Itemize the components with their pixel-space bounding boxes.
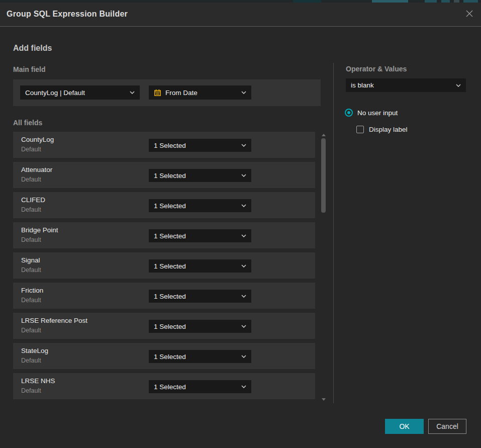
chevron-down-icon [241, 355, 246, 358]
radio-selected-dot [347, 111, 350, 114]
operator-select[interactable]: is blank [346, 78, 466, 92]
no-user-input-label: No user input [357, 109, 398, 117]
field-selected-dropdown[interactable]: 1 Selected [149, 350, 251, 363]
chevron-down-icon [241, 174, 246, 177]
field-row: LRSE NHS Default 1 Selected [13, 373, 315, 399]
chevron-down-icon [130, 91, 135, 94]
field-row: Attenuator Default 1 Selected [13, 162, 315, 188]
main-field-source-select[interactable]: CountyLog | Default [20, 85, 140, 100]
chevron-down-icon [456, 84, 461, 87]
chevron-down-icon [241, 91, 246, 94]
field-subtitle: Default [21, 236, 41, 243]
main-field-field-select[interactable]: From Date [149, 85, 251, 100]
field-subtitle: Default [21, 387, 41, 394]
field-subtitle: Default [21, 297, 41, 304]
chevron-down-icon [241, 385, 246, 388]
scrollbar-thumb[interactable] [321, 138, 326, 213]
fields-scrollbar [320, 131, 327, 405]
scrollbar-down-arrow[interactable] [322, 398, 326, 401]
all-fields-label: All fields [13, 119, 42, 127]
operator-values-label: Operator & Values [346, 65, 407, 73]
field-selected-value: 1 Selected [154, 323, 186, 330]
field-row: Signal Default 1 Selected [13, 252, 315, 279]
close-icon [465, 9, 474, 20]
field-selected-dropdown[interactable]: 1 Selected [149, 380, 251, 393]
calendar-icon [154, 89, 161, 97]
close-button[interactable] [464, 9, 475, 20]
field-selected-dropdown[interactable]: 1 Selected [149, 320, 251, 333]
field-row: CLIFED Default 1 Selected [13, 192, 315, 218]
main-field-source-value: CountyLog | Default [25, 89, 85, 97]
field-selected-dropdown[interactable]: 1 Selected [149, 169, 251, 182]
scrollbar-up-arrow[interactable] [322, 134, 326, 136]
no-user-input-radio[interactable] [345, 109, 353, 117]
chevron-down-icon [241, 144, 246, 147]
field-selected-value: 1 Selected [154, 232, 186, 240]
add-fields-heading: Add fields [13, 44, 52, 53]
main-field-panel: CountyLog | Default From Date [13, 79, 321, 106]
field-selected-value: 1 Selected [154, 172, 186, 180]
field-selected-value: 1 Selected [154, 202, 186, 210]
field-name: StateLog [21, 347, 48, 354]
no-user-input-option: No user input [345, 109, 398, 117]
field-selected-dropdown[interactable]: 1 Selected [149, 199, 251, 212]
field-selected-dropdown[interactable]: 1 Selected [149, 290, 251, 303]
dialog-header: Group SQL Expression Builder [0, 3, 481, 27]
chevron-down-icon [241, 234, 246, 237]
field-name: CountyLog [21, 136, 54, 143]
field-row: Bridge Point Default 1 Selected [13, 222, 315, 248]
field-subtitle: Default [21, 266, 41, 274]
main-field-field-value: From Date [165, 89, 198, 97]
field-name: Friction [21, 287, 43, 294]
chevron-down-icon [241, 204, 246, 207]
field-selected-dropdown[interactable]: 1 Selected [149, 259, 251, 273]
chevron-down-icon [241, 295, 246, 298]
field-name: Signal [21, 256, 40, 264]
ok-button[interactable]: OK [385, 419, 424, 434]
cancel-button[interactable]: Cancel [428, 419, 466, 434]
display-label-checkbox[interactable] [356, 126, 364, 133]
operator-value: is blank [351, 81, 374, 89]
display-label-option: Display label [356, 126, 408, 133]
field-subtitle: Default [21, 176, 41, 183]
field-subtitle: Default [21, 206, 41, 213]
field-row: LRSE Reference Post Default 1 Selected [13, 313, 315, 339]
field-row: StateLog Default 1 Selected [13, 343, 315, 369]
field-row: CountyLog Default 1 Selected [13, 132, 315, 158]
panel-divider [333, 63, 334, 403]
field-selected-dropdown[interactable]: 1 Selected [149, 139, 251, 152]
display-label-text: Display label [369, 126, 408, 133]
main-field-label: Main field [13, 65, 46, 73]
field-selected-value: 1 Selected [154, 142, 186, 149]
field-row: Friction Default 1 Selected [13, 283, 315, 309]
field-selected-value: 1 Selected [154, 353, 186, 361]
field-selected-value: 1 Selected [154, 262, 186, 270]
field-subtitle: Default [21, 357, 41, 364]
field-name: Bridge Point [21, 226, 58, 234]
field-subtitle: Default [21, 327, 41, 334]
field-name: LRSE NHS [21, 377, 55, 385]
field-name: CLIFED [21, 196, 45, 204]
group-sql-expression-builder-dialog: Group SQL Expression Builder Add fields … [0, 3, 481, 448]
field-name: LRSE Reference Post [21, 317, 87, 324]
field-name: Attenuator [21, 166, 52, 173]
chevron-down-icon [241, 325, 246, 328]
chevron-down-icon [241, 264, 246, 267]
field-subtitle: Default [21, 146, 41, 153]
field-selected-value: 1 Selected [154, 293, 186, 300]
field-selected-dropdown[interactable]: 1 Selected [149, 229, 251, 242]
field-selected-value: 1 Selected [154, 383, 186, 391]
dialog-title: Group SQL Expression Builder [7, 10, 128, 19]
